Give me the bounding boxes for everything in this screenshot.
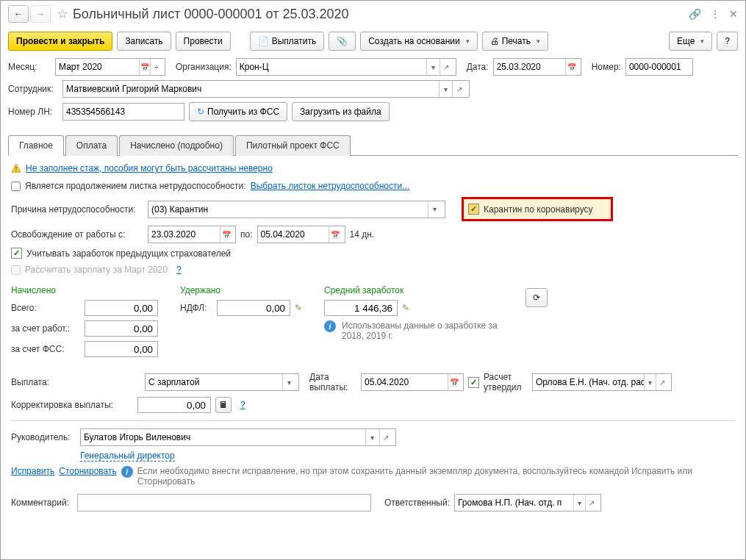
close-icon[interactable]: ✕ xyxy=(729,8,738,20)
calc-approved-label: Расчет утвердил xyxy=(484,372,528,392)
pencil-icon[interactable]: ✎ xyxy=(295,303,302,313)
fix-note: Если необходимо внести исправление, но п… xyxy=(137,466,735,487)
ndfl-input[interactable] xyxy=(217,300,290,316)
load-from-file-button[interactable]: Загрузить из файла xyxy=(292,102,390,121)
number-label: Номер: xyxy=(592,62,621,72)
date-input[interactable]: 📅 xyxy=(493,58,581,76)
dropdown-icon[interactable]: ▾ xyxy=(426,59,440,75)
submit-close-button[interactable]: Провести и закрыть xyxy=(8,32,112,51)
fix-link[interactable]: Исправить xyxy=(11,466,54,476)
reason-label: Причина нетрудоспособности: xyxy=(11,204,143,215)
link-icon[interactable]: 🔗 xyxy=(689,8,701,20)
dropdown-icon[interactable]: ▾ xyxy=(573,495,586,511)
calendar-icon[interactable]: 📅 xyxy=(220,226,232,243)
save-button[interactable]: Записать xyxy=(117,32,171,51)
storno-link[interactable]: Сторнировать xyxy=(59,466,116,476)
calendar-icon[interactable]: 📅 xyxy=(448,374,460,390)
withheld-header: Удержано xyxy=(180,285,302,295)
org-input[interactable]: ▾↗ xyxy=(236,58,456,76)
dropdown-icon[interactable]: ▾ xyxy=(428,201,442,218)
employee-input[interactable]: ▾↗ xyxy=(62,80,470,98)
calc-salary-label: Рассчитать зарплату за Март 2020 xyxy=(25,265,168,275)
nav-forward-button[interactable]: → xyxy=(30,5,51,23)
prev-insurers-label: Учитывать заработок предыдущих страховат… xyxy=(26,248,231,259)
calculator-button[interactable]: 🖩 xyxy=(215,397,232,413)
avg-earnings-input[interactable] xyxy=(324,300,398,316)
open-icon[interactable]: ↗ xyxy=(452,81,466,97)
date-to-input[interactable]: 📅 xyxy=(257,226,345,243)
attach-button[interactable]: 📎 xyxy=(329,32,356,51)
month-input[interactable]: 📅÷ xyxy=(55,58,165,76)
payment-label: Выплата: xyxy=(11,377,140,387)
dropdown-icon[interactable]: ▾ xyxy=(282,374,295,390)
covid-quarantine-highlight: ✓ Карантин по коронавирусу xyxy=(462,197,613,221)
tab-payment[interactable]: Оплата xyxy=(65,135,118,156)
printer-icon: 🖨 xyxy=(490,36,499,46)
help-button[interactable]: ? xyxy=(717,32,738,51)
open-icon[interactable]: ↗ xyxy=(585,495,598,511)
calendar-icon[interactable]: 📅 xyxy=(329,226,341,243)
help-link[interactable]: ? xyxy=(240,400,245,410)
covid-checkbox[interactable]: ✓ xyxy=(468,204,479,215)
total-label: Всего: xyxy=(11,303,85,313)
total-input[interactable] xyxy=(85,300,158,316)
calendar-icon[interactable]: 📅 xyxy=(565,59,578,75)
release-label: Освобождение от работы с: xyxy=(11,229,143,240)
svg-text:!: ! xyxy=(15,165,17,173)
employer-input[interactable] xyxy=(85,320,158,337)
create-based-button[interactable]: Создать на основании xyxy=(360,32,478,51)
correction-input[interactable] xyxy=(137,397,211,413)
correction-label: Корректировка выплаты: xyxy=(11,400,133,410)
number-input[interactable] xyxy=(625,58,693,76)
fss-input[interactable] xyxy=(85,341,158,357)
nav-back-button[interactable]: ← xyxy=(8,5,29,23)
tab-accrued[interactable]: Начислено (подробно) xyxy=(119,135,234,156)
dropdown-icon[interactable]: ▾ xyxy=(439,81,453,97)
payment-method-input[interactable]: ▾ xyxy=(145,373,299,391)
approver-input[interactable]: ▾↗ xyxy=(532,373,672,391)
select-sheet-link[interactable]: Выбрать листок нетрудоспособности... xyxy=(251,181,410,191)
document-title: Больничный лист 0000-000001 от 25.03.202… xyxy=(73,7,689,22)
tab-main[interactable]: Главное xyxy=(8,135,64,156)
days-count: 14 дн. xyxy=(350,229,375,240)
stepper-icon[interactable]: ÷ xyxy=(150,59,162,75)
prev-insurers-checkbox[interactable]: ✓ xyxy=(11,248,22,259)
document-icon: 📄 xyxy=(258,36,269,46)
date-label: Дата: xyxy=(467,62,489,72)
reason-input[interactable]: ▾ xyxy=(148,201,445,218)
calculator-icon: 🖩 xyxy=(219,400,228,410)
ln-number-input[interactable] xyxy=(62,103,184,121)
manager-position-link[interactable]: Генеральный директор xyxy=(80,450,175,462)
kebab-menu-icon[interactable]: ⋮ xyxy=(710,8,720,20)
calc-approved-checkbox[interactable]: ✓ xyxy=(468,377,479,388)
continuation-checkbox[interactable] xyxy=(11,182,21,191)
pencil-icon[interactable]: ✎ xyxy=(402,303,409,313)
covid-label: Карантин по коронавирусу xyxy=(484,204,593,215)
continuation-label: Является продолжением листка нетрудоспос… xyxy=(25,181,246,191)
print-button[interactable]: 🖨Печать xyxy=(482,32,548,51)
help-link[interactable]: ? xyxy=(176,265,182,275)
open-icon[interactable]: ↗ xyxy=(440,59,453,75)
dropdown-icon[interactable]: ▾ xyxy=(365,429,379,445)
open-icon[interactable]: ↗ xyxy=(656,374,668,390)
manager-input[interactable]: ▾↗ xyxy=(80,428,396,446)
favorite-star-icon[interactable]: ☆ xyxy=(57,6,68,22)
date-from-input[interactable]: 📅 xyxy=(148,226,236,243)
tab-pilot[interactable]: Пилотный проект ФСС xyxy=(235,135,351,156)
dropdown-icon[interactable]: ▾ xyxy=(644,374,656,390)
more-button[interactable]: Еще xyxy=(669,32,712,51)
comment-label: Комментарий: xyxy=(11,498,73,508)
pay-date-input[interactable]: 📅 xyxy=(361,373,464,391)
get-from-fss-button[interactable]: ↻Получить из ФСС xyxy=(189,102,287,121)
responsible-input[interactable]: ▾↗ xyxy=(454,494,601,511)
recalculate-button[interactable]: ⟳ xyxy=(526,288,548,307)
open-icon[interactable]: ↗ xyxy=(379,429,392,445)
calendar-icon[interactable]: 📅 xyxy=(139,59,151,75)
pay-button[interactable]: 📄Выплатить xyxy=(250,32,325,51)
warning-link[interactable]: Не заполнен стаж, пособия могут быть рас… xyxy=(26,163,273,173)
fss-label: за счет ФСС: xyxy=(11,344,85,354)
employee-label: Сотрудник: xyxy=(8,84,58,94)
submit-button[interactable]: Провести xyxy=(176,32,231,51)
accrued-header: Начислено xyxy=(11,285,158,295)
comment-input[interactable] xyxy=(77,494,371,511)
